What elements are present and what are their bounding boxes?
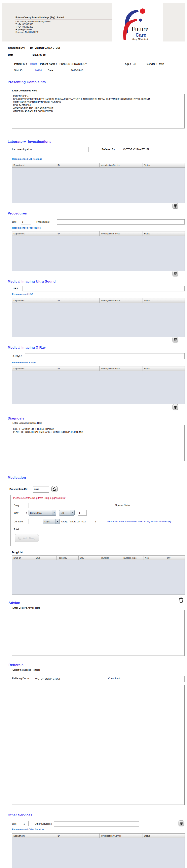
recommended-uss-link[interactable]: Recommended USS (12, 293, 33, 296)
patient-name-value: PONCOS CHOWDHURY (60, 63, 87, 65)
frequency-select[interactable]: OD ▼ (59, 510, 75, 516)
xray-table: Department ID Investigation/Service Stat… (12, 366, 185, 404)
per-meal-input[interactable] (94, 519, 105, 524)
lab-table-body (12, 167, 185, 203)
proc-col-id: ID (56, 231, 100, 236)
future-care-logo-icon: Future Care ♥ Body Mind Soul (112, 3, 163, 41)
diagnosis-textarea[interactable]: I) LEFT HAND D4 SOFT TISSUE TRAUMA 2) AR… (12, 425, 185, 461)
drug-col-note: Note (144, 556, 166, 560)
other-col-service: Investigation / Service (100, 834, 143, 838)
patient-id-label: Patient ID : (14, 63, 27, 65)
prescription-id-input[interactable] (33, 487, 49, 493)
consulted-by-value: Dr. VICTOR OJIMA ETUBI (30, 46, 60, 49)
xray-input-label: X-Rays : (12, 355, 22, 358)
consult-date-label: Date (8, 54, 13, 56)
recommended-lab-link[interactable]: Recommended Lab Testings (12, 158, 42, 160)
referrals-title: Refferals (8, 663, 24, 667)
recommended-other-link[interactable]: Recommended Other Services (12, 828, 44, 831)
drug-col-frequency: Fequency (57, 556, 79, 560)
procedures-table-body (12, 236, 185, 271)
uss-table-body (12, 303, 185, 337)
total-colon: : (26, 528, 27, 531)
patient-info-box: Patient ID : 10359 Patient Name : PONCOS… (8, 60, 185, 74)
recommended-procedures-link[interactable]: Recommended Procedures (12, 226, 41, 229)
lab-col-service: Investigation/Service (100, 163, 143, 167)
company-phone-2: T: +24 84 225 252 (15, 26, 114, 28)
procedures-input[interactable] (57, 219, 185, 224)
uss-table: Department ID Investigation/Service Stat… (12, 298, 185, 337)
way-qty-input[interactable] (78, 510, 87, 516)
meal-time-select[interactable]: Before Meal ▼ (29, 510, 56, 516)
refresh-prescription-button[interactable] (51, 486, 58, 492)
logo-blue-dot (139, 19, 142, 22)
procedures-title: Procedures (8, 212, 27, 216)
other-table-body (12, 838, 185, 868)
drug-list-table: Drug ID Drug Fequency Way Duration Durat… (12, 555, 185, 595)
advice-title: Advice (8, 601, 20, 605)
advice-textarea[interactable] (12, 610, 185, 656)
drug-label: Drug (14, 504, 19, 507)
logo-panel: Future Care ♥ Body Mind Soul (112, 3, 163, 41)
duration-input[interactable] (29, 519, 41, 524)
recommended-xray-link[interactable]: Recommended X-Rays (12, 361, 36, 364)
other-delete-button[interactable] (179, 820, 184, 826)
lab-title: Laboratory Investigations (8, 140, 51, 144)
medication-title: Medication (8, 476, 26, 480)
xray-delete-button[interactable] (173, 404, 178, 410)
lab-table: Department ID Investigation/Service Stat… (12, 163, 185, 203)
xray-col-id: ID (56, 366, 100, 371)
consultant-input[interactable] (126, 676, 185, 682)
svg-text:♥: ♥ (139, 34, 140, 36)
uss-input[interactable] (23, 286, 185, 291)
company-email: E: jude@future.sc (15, 28, 114, 31)
consulted-by-label: Consulted By : (8, 46, 25, 49)
patient-age-value: 43 (133, 63, 136, 65)
xray-col-department: Department (12, 366, 56, 371)
drug-list-delete-button[interactable] (179, 597, 184, 603)
other-col-id: ID (56, 834, 100, 838)
add-drug-button[interactable]: Add Drug (15, 534, 39, 542)
xray-title: Medical Imaging X-Ray (8, 346, 46, 350)
lab-delete-button[interactable] (173, 203, 178, 209)
special-notes-input[interactable] (138, 503, 160, 508)
patient-age-label: Age : (125, 63, 131, 65)
complaints-textarea[interactable]: PATIENT SEEN. BEING REVIEWED FOR I) LEFT… (12, 94, 185, 128)
duration-unit-select[interactable]: Day/s ▼ (43, 519, 60, 524)
xray-input[interactable] (25, 353, 185, 359)
patient-name-label: Patient Name : (40, 63, 57, 65)
trash-icon (174, 338, 177, 341)
lab-col-id: ID (56, 163, 100, 167)
drug-col-drug: Drug (34, 556, 57, 560)
uss-col-id: ID (56, 298, 100, 303)
xray-col-service: Investigation/Service (100, 366, 143, 371)
lab-investigation-input[interactable] (43, 147, 89, 152)
procedures-qty-input[interactable] (21, 219, 31, 225)
duration-label: Duration : (14, 520, 24, 523)
patient-gender-label: Gender : (147, 63, 157, 65)
svg-text:Future: Future (132, 25, 148, 32)
complaints-label: Enter Complaints Here (12, 89, 37, 92)
drug-col-qty: Qty (166, 556, 185, 560)
other-qty-input[interactable] (20, 821, 29, 826)
other-col-status: Status (143, 834, 185, 838)
prescription-id-label: Prescription ID : (9, 488, 28, 491)
referral-list-box[interactable] (12, 685, 185, 805)
procedures-delete-button[interactable] (173, 271, 178, 276)
drug-colon: : (26, 504, 27, 507)
total-label: Total (14, 528, 19, 531)
referring-doctor-label: Reffering Doctor (12, 677, 30, 680)
drug-col-duration-type: Duration Type (122, 556, 144, 560)
uss-delete-button[interactable] (173, 337, 178, 342)
drug-input[interactable] (29, 503, 110, 508)
special-notes-colon: : (135, 504, 136, 507)
referring-doctor-input[interactable] (34, 676, 89, 682)
proc-col-service: Investigation/Service (100, 231, 143, 236)
company-number: Company No.8417652-2 (15, 31, 114, 33)
company-address: Le Chainter,Victoria,Mahe,Seychelles (15, 20, 114, 23)
drug-col-id: Drug ID (12, 556, 34, 560)
xray-col-status: Status (143, 366, 185, 371)
other-input-label: Other Services : (35, 823, 52, 825)
other-services-input[interactable] (54, 821, 139, 827)
patient-gender-value: Male (159, 63, 164, 65)
company-phone-1: T: +24 82 593 593 (15, 23, 114, 26)
